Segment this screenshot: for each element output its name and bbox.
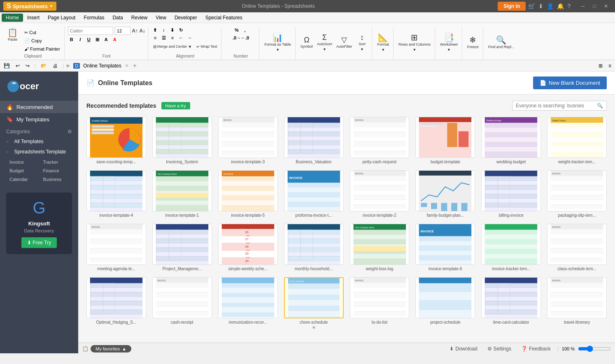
quick-redo-button[interactable]: ↪ bbox=[23, 62, 32, 70]
decrease-decimal-button[interactable]: ←.0 bbox=[241, 35, 249, 41]
list-item[interactable]: Business_Valuation bbox=[284, 117, 344, 164]
settings-button[interactable]: ⚙ Settings bbox=[484, 345, 515, 352]
increase-font-button[interactable]: A↑ bbox=[132, 28, 138, 34]
list-item[interactable]: Invoicing_System bbox=[152, 117, 212, 164]
list-item[interactable]: Optimal_Hedging_S... bbox=[86, 277, 146, 330]
print-button[interactable]: 🖨 bbox=[51, 62, 60, 70]
align-center-button[interactable]: ☰ bbox=[160, 35, 168, 41]
worksheet-button[interactable]: 📑 Worksheet ▼ bbox=[438, 32, 459, 53]
menu-review[interactable]: Review bbox=[127, 14, 151, 22]
menu-data[interactable]: Data bbox=[108, 14, 127, 22]
symbol-button[interactable]: Ω Symbol bbox=[299, 35, 314, 50]
download-icon[interactable]: ⬇ bbox=[538, 3, 543, 9]
zoom-slider[interactable] bbox=[578, 346, 611, 352]
add-tab-button[interactable]: + bbox=[133, 62, 137, 70]
list-item[interactable]: INVOICE meeting-agenda-te... bbox=[86, 224, 146, 271]
sort-button[interactable]: ↕ Sort ▼ bbox=[354, 32, 369, 53]
cut-button[interactable]: ✂ Cut bbox=[23, 29, 62, 36]
settings-icon[interactable]: ⚙ bbox=[68, 129, 72, 134]
close-button[interactable]: ✕ bbox=[600, 2, 612, 10]
app-logo[interactable]: S Spreadsheets ▼ bbox=[3, 2, 56, 11]
sidebar-item-my-templates[interactable]: 🔖 My Templates bbox=[0, 113, 78, 125]
sidebar-subcat-calendar[interactable]: Calendar bbox=[6, 176, 39, 183]
open-button[interactable]: 📂 bbox=[39, 62, 49, 70]
search-input[interactable] bbox=[516, 103, 595, 109]
list-item[interactable]: Your Company Name weight-loss-log bbox=[350, 224, 410, 271]
favorite-star-icon[interactable]: ★ bbox=[284, 325, 344, 330]
restore-button[interactable]: □ bbox=[589, 2, 600, 10]
list-item[interactable]: invoice-template-4 bbox=[86, 170, 146, 218]
rows-columns-button[interactable]: ⊞ Rows and Columns ▼ bbox=[397, 32, 432, 53]
menu-view[interactable]: View bbox=[151, 14, 170, 22]
align-left-button[interactable]: ≡ bbox=[151, 35, 159, 41]
autofilter-button[interactable]: ▽ AutoFilter bbox=[335, 35, 354, 50]
view-options-button[interactable]: ⊞ bbox=[596, 62, 605, 70]
bold-button[interactable]: B bbox=[68, 36, 75, 43]
find-replace-button[interactable]: 🔍 Find and Repl... bbox=[487, 35, 516, 51]
feedback-button[interactable]: ❓ Feedback bbox=[518, 345, 554, 352]
list-item[interactable]: INVOICE proforma-invoice-t... bbox=[284, 170, 344, 218]
merge-center-button[interactable]: ⊞Merge and Center▼ bbox=[151, 42, 193, 51]
more-button[interactable]: ≡ bbox=[606, 62, 613, 70]
fill-color-button[interactable]: A bbox=[102, 36, 110, 43]
format-painter-button[interactable]: 🖌 Format Painter bbox=[23, 46, 62, 52]
align-right-button[interactable]: ≡ bbox=[169, 35, 176, 41]
menu-insert[interactable]: Insert bbox=[23, 14, 44, 22]
sign-in-button[interactable]: Sign in bbox=[498, 2, 526, 11]
quick-undo-button[interactable]: ↩ bbox=[14, 62, 22, 70]
underline-button[interactable]: U bbox=[85, 36, 93, 43]
bell-icon[interactable]: 🔔 bbox=[557, 3, 564, 9]
copy-button[interactable]: 📄 Copy bbox=[23, 37, 62, 44]
list-item[interactable]: INVOICE to-do-list bbox=[350, 277, 410, 330]
have-a-try-badge[interactable]: Have a try bbox=[161, 102, 190, 109]
list-item[interactable]: SUMMER BREAK save-counting-temp... bbox=[86, 117, 146, 164]
italic-button[interactable]: I bbox=[77, 36, 84, 43]
menu-home[interactable]: Home bbox=[2, 14, 23, 22]
list-item[interactable]: INVOICE petty-cash-request bbox=[350, 117, 410, 164]
sidebar-subcat-tracker[interactable]: Tracker bbox=[40, 158, 72, 166]
list-item[interactable]: INVOICE packaging-slip-tem... bbox=[547, 170, 607, 218]
menu-page-layout[interactable]: Page Layout bbox=[44, 14, 79, 22]
list-item[interactable]: INVOICE travel-itinerary bbox=[547, 277, 607, 330]
list-item[interactable]: INVOICE invoice-template-2 bbox=[350, 170, 410, 218]
menu-formulas[interactable]: Formulas bbox=[79, 14, 108, 22]
font-size-input[interactable] bbox=[115, 27, 130, 35]
wrap-text-button[interactable]: ↵Wrap Text bbox=[195, 42, 219, 51]
align-middle-button[interactable]: ↕ bbox=[160, 27, 168, 33]
list-item[interactable]: project-schedule bbox=[415, 277, 475, 330]
download-button[interactable]: ⬇ Download bbox=[446, 345, 480, 352]
search-icon[interactable]: 🔍 bbox=[597, 103, 603, 109]
format-as-table-button[interactable]: 📊 Format as Table ▼ bbox=[263, 32, 292, 53]
sidebar-subcat-invoice[interactable]: Invoice bbox=[6, 158, 39, 166]
menu-developer[interactable]: Developer bbox=[170, 14, 201, 22]
user-icon[interactable]: 👤 bbox=[547, 3, 554, 9]
sidebar-spreadsheets-template[interactable]: Spreadsheets Template bbox=[11, 147, 69, 156]
list-item[interactable]: monthly-household... bbox=[284, 224, 344, 271]
sidebar-all-templates[interactable]: All Templates bbox=[11, 137, 47, 146]
list-item[interactable]: INVOICE invoice-template-6 bbox=[415, 224, 475, 271]
freeze-button[interactable]: ❄ Freeze bbox=[466, 35, 480, 51]
my-favorites-button[interactable]: My favorites ▲ bbox=[91, 345, 131, 352]
sidebar-subcat-finance[interactable]: Finance bbox=[40, 167, 72, 174]
comma-button[interactable]: , bbox=[241, 27, 249, 33]
list-item[interactable]: Project_Manageme... bbox=[152, 224, 212, 271]
sidebar-subcat-budget[interactable]: Budget bbox=[6, 167, 39, 174]
font-color-button[interactable]: A bbox=[111, 36, 119, 43]
format-button[interactable]: 📐 Format ▼ bbox=[375, 32, 391, 53]
border-button[interactable]: ⊞ bbox=[94, 36, 101, 43]
decrease-font-button[interactable]: A↓ bbox=[140, 28, 145, 34]
list-item[interactable]: INVOICE invoice-template-3 bbox=[218, 117, 278, 164]
list-item[interactable]: 2627282930 simple-weekly-sche... bbox=[218, 224, 278, 271]
list-item[interactable]: Wedding Budget wedding-budget bbox=[481, 117, 541, 164]
list-item[interactable]: Your Company Name invoice-template-1 bbox=[152, 170, 212, 218]
help-icon[interactable]: ? bbox=[567, 3, 571, 9]
increase-indent-button[interactable]: → bbox=[186, 35, 193, 41]
new-document-button[interactable]: 📄 New Blank Document bbox=[533, 77, 607, 89]
shopping-icon[interactable]: 🛒 bbox=[528, 3, 535, 9]
free-try-button[interactable]: ⬇ Free Try bbox=[21, 237, 57, 248]
quick-save-button[interactable]: 💾 bbox=[2, 62, 12, 70]
font-name-input[interactable] bbox=[68, 27, 113, 35]
list-item[interactable]: family-budget-plan... bbox=[415, 170, 475, 218]
list-item[interactable]: immunization-recor... bbox=[218, 277, 278, 330]
list-item[interactable]: INVOICE invoice-template-5 bbox=[218, 170, 278, 218]
